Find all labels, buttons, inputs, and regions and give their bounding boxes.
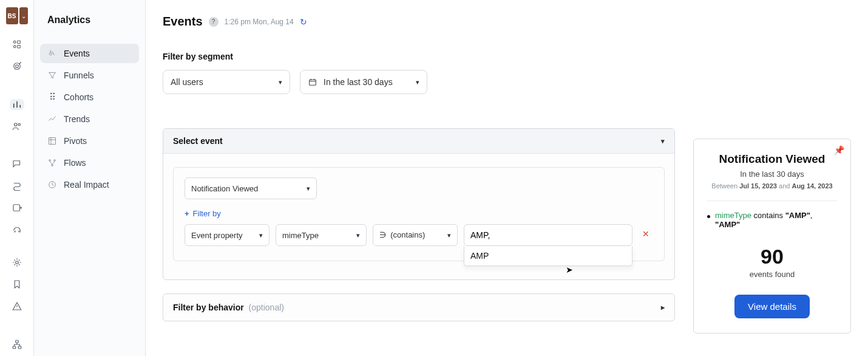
select-event-header[interactable]: Select event ▾ [163, 129, 674, 154]
property-name-dropdown[interactable]: mimeType ▾ [276, 224, 367, 246]
filter-segment-label: Filter by segment [163, 52, 675, 61]
remove-filter-icon[interactable]: ✕ [639, 224, 653, 244]
svg-rect-13 [49, 138, 56, 145]
sidebar-item-label: Real Impact [64, 180, 109, 190]
support-icon[interactable] [10, 224, 24, 235]
summary-count: 90 [707, 245, 837, 269]
svg-point-15 [54, 160, 56, 162]
sidebar-item-funnels[interactable]: Funnels [40, 66, 139, 85]
filter-condition-row: Event property ▾ mimeType ▾ ∋ (contains) [185, 224, 653, 246]
chevron-down-icon: ▾ [416, 78, 419, 86]
svg-point-4 [13, 63, 20, 70]
summary-condition: mimeType contains "AMP", "AMP" [707, 211, 837, 229]
sitemap-icon[interactable] [10, 339, 24, 350]
chevron-down-icon: ▾ [307, 185, 310, 193]
operator-dropdown[interactable]: ∋ (contains) ▾ [373, 224, 458, 246]
page-header: Events ? 1:26 pm Mon, Aug 14 ↻ [163, 15, 675, 29]
view-details-button[interactable]: View details [734, 295, 810, 318]
filter-by-label: Filter by [193, 209, 221, 218]
calendar-icon [308, 77, 317, 87]
filter-behavior-panel[interactable]: Filter by behavior (optional) ▸ [163, 293, 675, 321]
daterange-value: In the last 30 days [324, 77, 393, 87]
summary-title: Notification Viewed [707, 152, 837, 166]
sidebar-item-label: Pivots [64, 136, 87, 146]
svg-point-2 [13, 46, 16, 48]
summary-daterange: Between Jul 15, 2023 and Aug 14, 2023 [707, 182, 837, 190]
segment-controls: All users ▾ In the last 30 days ▾ [163, 70, 675, 94]
workspace-switcher[interactable]: BS ⌄ [6, 7, 28, 24]
main: Events ? 1:26 pm Mon, Aug 14 ↻ Filter by… [146, 0, 868, 356]
sidebar-item-flows[interactable]: Flows [40, 153, 139, 173]
svg-point-7 [18, 123, 20, 125]
grid-icon: ⠿ [47, 92, 57, 102]
analytics-icon[interactable] [10, 99, 24, 110]
operator-label: (contains) [390, 230, 425, 239]
bookmark-icon[interactable] [10, 279, 24, 290]
sidebar-item-cohorts[interactable]: ⠿ Cohorts [40, 87, 139, 107]
sidebar-item-label: Flows [64, 158, 86, 168]
summary-property: mimeType [715, 211, 751, 220]
content-column: Events ? 1:26 pm Mon, Aug 14 ↻ Filter by… [163, 15, 675, 341]
svg-point-0 [13, 41, 16, 43]
workspace-initials: BS [6, 7, 18, 24]
people-icon[interactable] [10, 121, 24, 132]
pin-icon[interactable]: 📌 [834, 145, 844, 155]
sidebar-item-trends[interactable]: Trends [40, 109, 139, 129]
sidebar-item-real-impact[interactable]: Real Impact [40, 175, 139, 194]
svg-rect-1 [17, 41, 20, 44]
summary-card: 📌 Notification Viewed In the last 30 day… [693, 139, 851, 334]
svg-point-16 [52, 165, 53, 166]
sidebar-item-events[interactable]: Events [40, 44, 139, 63]
daterange-dropdown[interactable]: In the last 30 days ▾ [300, 70, 427, 94]
property-name-value: mimeType [282, 231, 319, 240]
export-icon[interactable] [10, 202, 24, 213]
svg-rect-11 [13, 346, 16, 349]
page-title: Events [163, 15, 203, 29]
operator-symbol: ∋ [379, 230, 386, 239]
help-icon[interactable]: ? [209, 17, 219, 27]
select-event-panel: Select event ▾ Notification Viewed ▾ + F… [163, 128, 675, 280]
messages-icon[interactable] [10, 159, 24, 169]
sidebar-item-label: Funnels [64, 70, 94, 80]
svg-point-5 [15, 65, 18, 68]
filter-value-input[interactable] [464, 224, 632, 246]
svg-rect-8 [13, 205, 20, 211]
segments-icon[interactable] [10, 39, 24, 50]
users-dropdown[interactable]: All users ▾ [163, 70, 290, 94]
svg-point-6 [14, 123, 17, 126]
svg-rect-18 [310, 80, 316, 85]
alert-icon[interactable] [10, 301, 24, 312]
chevron-down-icon: ▾ [661, 137, 665, 145]
summary-count-label: events found [707, 270, 837, 279]
svg-point-14 [49, 160, 51, 162]
event-config-card: Notification Viewed ▾ + Filter by Event … [173, 167, 665, 261]
select-event-title: Select event [173, 136, 223, 146]
property-type-value: Event property [191, 231, 243, 240]
add-filter-button[interactable]: + Filter by [185, 209, 653, 218]
users-dropdown-value: All users [171, 77, 203, 87]
event-name-dropdown[interactable]: Notification Viewed ▾ [185, 177, 317, 199]
target-icon[interactable] [10, 61, 24, 72]
path-icon[interactable] [10, 180, 24, 191]
svg-rect-12 [18, 346, 21, 349]
last-updated: 1:26 pm Mon, Aug 14 [225, 18, 294, 26]
bullet-icon [707, 215, 710, 218]
sidebar-item-label: Events [64, 49, 90, 58]
svg-point-9 [15, 261, 18, 264]
settings-icon[interactable] [10, 257, 24, 268]
chevron-down-icon: ⌄ [19, 7, 28, 24]
event-name-value: Notification Viewed [191, 184, 258, 193]
svg-rect-3 [17, 46, 20, 49]
refresh-icon[interactable]: ↻ [300, 17, 307, 27]
autocomplete-suggestion[interactable]: AMP [464, 246, 632, 266]
sidebar: Analytics Events Funnels ⠿ Cohorts Trend… [34, 0, 146, 356]
sidebar-title: Analytics [47, 15, 139, 26]
behavior-label: Filter by behavior [173, 303, 244, 312]
sidebar-item-pivots[interactable]: Pivots [40, 131, 139, 151]
sidebar-item-label: Trends [64, 114, 90, 124]
summary-column: 📌 Notification Viewed In the last 30 day… [693, 15, 851, 341]
summary-subtitle: In the last 30 days [707, 169, 837, 179]
chevron-down-icon: ▾ [259, 231, 263, 239]
plus-icon: + [185, 209, 189, 218]
property-type-dropdown[interactable]: Event property ▾ [185, 224, 270, 246]
